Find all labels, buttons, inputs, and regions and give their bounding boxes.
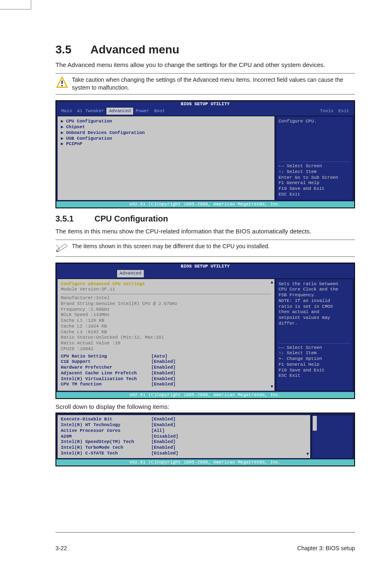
bios-screen-cpu-config: BIOS SETUP UTILITY Advanced ▲ ▼ Configur… <box>55 263 355 399</box>
setting-lbl: Intel(R) TurboMode tech <box>61 445 151 451</box>
submenu-arrow-icon: ▶ <box>61 136 64 141</box>
tab-advanced: Advanced <box>106 108 133 115</box>
bios-title: BIOS SETUP UTILITY <box>56 263 354 270</box>
nav-ud: ↑↓ Select Item <box>279 169 350 175</box>
bios-menubar: Main Ai Tweaker Advanced Power Boot Tool… <box>56 108 354 115</box>
setting-lbl: CPU TM function <box>61 382 151 387</box>
bios-left-pane: ▶CPU Configuration ▶Chipset ▶Onboard Dev… <box>57 116 275 200</box>
bios-help-pane: Configure CPU. ←→ Select Screen ↑↓ Selec… <box>276 116 353 200</box>
setting-val: [Disabled] <box>151 451 178 457</box>
help-text: Configure CPU. <box>279 119 350 125</box>
setting-val: [Enabled] <box>151 382 175 387</box>
bios-side-pane <box>311 415 353 458</box>
setting-lbl: Hardware Prefetcher <box>61 365 151 371</box>
bios-screen-scroll-fragment: ▼ Execute-Disable Bit[Enabled] Intel(R) … <box>55 413 355 466</box>
cpu-info-7: Ratio Status:Unlocked (Min:12, Max:20) <box>61 335 271 341</box>
setting-lbl: Intel(R) C-STATE Tech <box>61 451 151 457</box>
setting-val: [Enabled] <box>151 422 175 428</box>
spacer <box>59 270 117 277</box>
bios-body: ▲ ▼ Configure advanced CPU settings Modu… <box>56 277 354 392</box>
scroll-caption: Scroll down to display the following ite… <box>55 402 355 411</box>
nav-f1: F1 General Help <box>279 180 350 186</box>
tab-ai-tweaker: Ai Tweaker <box>74 108 106 115</box>
page-footer: 3-22 Chapter 3: BIOS setup <box>55 532 355 561</box>
setting-lbl: C1E Support <box>61 359 151 365</box>
divider <box>61 294 271 294</box>
submenu-arrow-icon: ▶ <box>61 141 64 146</box>
warning-text: Take caution when changing the settings … <box>72 76 355 92</box>
intro-text: The Advanced menu items allow you to cha… <box>55 60 355 69</box>
section-number: 3.5 <box>55 43 90 56</box>
nav-pm: +- Change Option <box>279 356 350 362</box>
help-text: Sets the ratio between CPU Core Clock an… <box>279 281 350 327</box>
nav-f10: F10 Save and Exit <box>279 186 350 192</box>
tab-main: Main <box>59 108 74 115</box>
setting-lbl: Intel(R) HT Technology <box>61 422 151 428</box>
cpu-header: Configure advanced CPU settings <box>61 281 271 287</box>
bios-help-pane: Sets the ratio between CPU Core Clock an… <box>276 279 353 391</box>
submenu-arrow-icon: ▶ <box>61 125 64 129</box>
menu-chipset: Chipset <box>66 125 85 129</box>
bios-body: ▼ Execute-Disable Bit[Enabled] Intel(R) … <box>56 413 354 459</box>
nav-lr: ←→ Select Screen <box>279 345 350 351</box>
section-title: Advanced menu <box>90 43 179 56</box>
nav-help: ←→ Select Screen ↑↓ Select Item Enter Go… <box>279 161 350 198</box>
cpu-info-8: Ratio Actual Value :20 <box>61 341 271 346</box>
nav-esc: ESC Exit <box>279 192 350 198</box>
setting-val: [All] <box>151 428 165 434</box>
setting-lbl: Intel(R) Virtualization Tech <box>61 376 151 382</box>
note-text: The items shown in this screen may be di… <box>72 242 270 250</box>
cpu-info-6: Cache L3 :8192 KB <box>61 330 271 335</box>
tab-exit: Exit <box>336 108 352 115</box>
tab-tools: Tools <box>318 108 336 115</box>
submenu-arrow-icon: ▶ <box>61 130 64 135</box>
nav-help: ←→ Select Screen ↑↓ Select Item +- Chang… <box>279 343 350 379</box>
nav-ud: ↑↓ Select Item <box>279 351 350 356</box>
help-line: NOTE: If an invalid <box>279 298 350 304</box>
setting-val: [Enabled] <box>151 365 175 371</box>
crop-mark <box>31 0 31 9</box>
cpu-info-2: Frequency :2.66GHz <box>61 307 271 313</box>
setting-lbl: A20M <box>61 434 151 440</box>
subsection-number: 3.5.1 <box>55 214 95 224</box>
help-line: Sets the ratio between <box>279 281 350 287</box>
pencil-icon <box>55 242 72 254</box>
bios-footer: v02.61 (C)Copyright 1985-2008, American … <box>56 392 354 399</box>
cpu-info-9: CPUID :106A2 <box>61 346 271 352</box>
cpu-info-0: Manufacturer:Intel <box>61 295 271 301</box>
menu-onboard: Onboard Devices Configuration <box>66 130 145 135</box>
nav-esc: ESC Exit <box>279 373 350 379</box>
bios-screen-advanced: BIOS SETUP UTILITY Main Ai Tweaker Advan… <box>55 100 355 209</box>
setting-lbl: CPU Ratio Setting <box>61 354 151 360</box>
chapter-label: Chapter 3: BIOS setup <box>297 545 355 551</box>
bios-footer: v02.61 (C)Copyright 1985-2008, American … <box>56 459 354 466</box>
setting-lbl: Adjacent Cache Line Prefetch <box>61 371 151 376</box>
scrollbar-indicator <box>313 416 317 431</box>
setting-lbl: Execute-Disable Bit <box>61 417 151 422</box>
module-version: Module Version:3F.11 <box>61 287 271 293</box>
bios-title: BIOS SETUP UTILITY <box>56 101 354 108</box>
page-number: 3-22 <box>55 545 67 551</box>
bios-left-pane: ▲ ▼ Configure advanced CPU settings Modu… <box>57 279 275 391</box>
warning-icon <box>55 76 72 91</box>
setting-val: [Disabled] <box>151 434 178 440</box>
bios-body: ▶CPU Configuration ▶Chipset ▶Onboard Dev… <box>56 115 354 201</box>
cpu-info-5: Cache L2 :1024 KB <box>61 324 271 330</box>
subsection-title: CPU Configuration <box>95 214 168 223</box>
help-line: setpoint values may <box>279 315 350 321</box>
setting-lbl: Intel(R) SpeedStep(TM) Tech <box>61 439 151 445</box>
nav-enter: Enter Go to Sub Screen <box>279 175 350 181</box>
subsection-heading: 3.5.1CPU Configuration <box>55 214 355 224</box>
bios-menubar: Advanced <box>56 270 354 277</box>
nav-lr: ←→ Select Screen <box>279 164 350 169</box>
crop-mark <box>0 9 31 9</box>
help-line: differ. <box>279 321 350 327</box>
setting-val: [Enabled] <box>151 359 175 365</box>
setting-val: [Auto] <box>151 354 168 360</box>
subsection-intro: The items in this menu show the CPU-rela… <box>55 227 355 235</box>
nav-f10: F10 Save and Exit <box>279 368 350 374</box>
menu-usb: USB Configuration <box>66 136 112 141</box>
cpu-info-3: BCLK Speed :133MHz <box>61 312 271 318</box>
menu-cpu-config: CPU Configuration <box>66 119 112 124</box>
bios-footer: v02.61 (C)Copyright 1985-2008, American … <box>56 201 354 208</box>
